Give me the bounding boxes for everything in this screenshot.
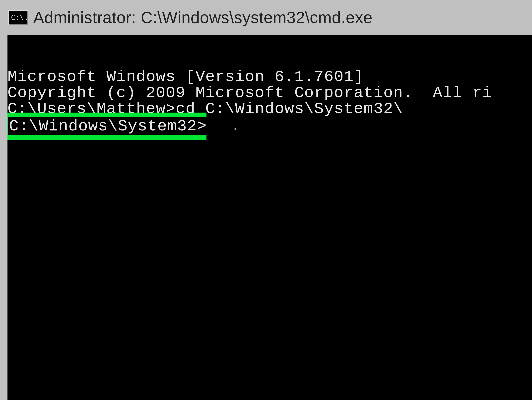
cmd-icon-text: C:\. [11,13,28,22]
titlebar[interactable]: C:\. Administrator: C:\Windows\system32\… [0,0,532,35]
command-text: cd C:\Windows\System32\ [176,100,403,118]
cmd-icon: C:\. [8,10,28,25]
output-line: Copyright (c) 2009 Microsoft Corporation… [7,85,532,101]
output-line: Microsoft Windows [Version 6.1.7601] [7,69,532,85]
cursor-indicator [234,128,236,130]
window-title: Administrator: C:\Windows\system32\cmd.e… [33,8,373,27]
cmd-window: C:\. Administrator: C:\Windows\system32\… [0,0,532,400]
current-prompt[interactable]: C:\Windows\System32> [8,117,208,135]
terminal-body[interactable]: Microsoft Windows [Version 6.1.7601]Copy… [7,35,532,400]
highlight-annotation: C:\Windows\System32> [7,113,207,140]
